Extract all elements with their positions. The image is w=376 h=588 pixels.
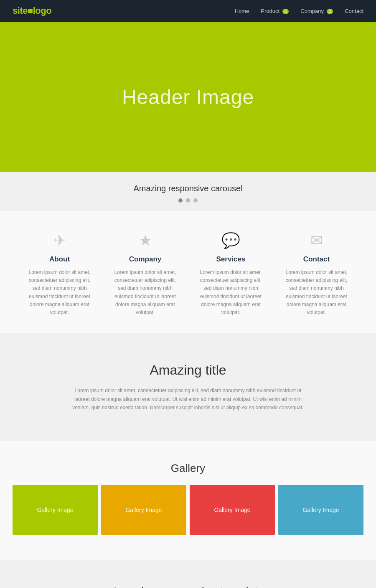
carousel-dot-1[interactable] [178,198,183,203]
nav-company-label: Company [300,8,324,14]
carousel-dot-2[interactable] [186,198,190,203]
feature-contact: ✉ Contact Lorem ipsum dolor sit amet, co… [274,232,359,317]
nav-contact[interactable]: Contact [345,8,363,14]
gallery-item-4-label: Gallery Image [302,507,339,513]
gallery-item-1-label: Gallery Image [37,507,73,513]
gallery-item-4[interactable]: Gallery Image [278,485,363,535]
gallery-item-2-label: Gallery Image [125,507,162,513]
feature-about-desc: Lorem ipsum dolor sit amet, consectetuer… [25,269,94,317]
nav-product-label: Product [261,8,279,14]
nav-home[interactable]: Home [235,8,249,14]
feature-company: ★ Company Lorem ipsum dolor sit amet, co… [102,232,188,317]
feature-company-desc: Lorem ipsum dolor sit amet, consectetuer… [111,269,180,317]
responsive-template-title: Amazing responsive template [67,585,309,588]
gallery-grid: Gallery Image Gallery Image Gallery Imag… [13,485,363,535]
nav-company[interactable]: Company 2 [300,8,333,14]
gallery-item-3[interactable]: Gallery Image [190,485,275,535]
feature-about-title: About [25,255,94,264]
feature-company-title: Company [111,255,180,264]
gallery-item-3-label: Gallery Image [214,507,250,513]
carousel-dot-3[interactable] [193,198,198,203]
company-icon: ★ [111,232,180,249]
logo-logo: logo [33,5,51,16]
nav-product[interactable]: Product 6 [261,8,289,14]
carousel-title: Amazing responsive carousel [8,184,368,193]
carousel-section: Amazing responsive carousel [0,172,376,211]
amazing-title-section: Amazing title Lorem ipsum dolor sit amet… [0,333,376,441]
services-icon: 💬 [196,232,265,249]
navbar: site■logo Home Product 6 Company 2 Conta… [0,0,376,22]
about-icon: ✈ [25,232,94,249]
feature-services: 💬 Services Lorem ipsum dolor sit amet, c… [188,232,274,317]
feature-contact-title: Contact [282,255,351,264]
feature-services-desc: Lorem ipsum dolor sit amet, consectetuer… [196,269,265,317]
gallery-section: Gallery Gallery Image Gallery Image Gall… [0,441,376,560]
gallery-title: Gallery [13,462,363,475]
amazing-title-desc: Lorem ipsum dolor sit amet, consectetuer… [67,386,309,412]
contact-icon: ✉ [282,232,351,249]
hero-title: Header Image [122,86,254,109]
features-section: ✈ About Lorem ipsum dolor sit amet, cons… [0,211,376,333]
feature-services-title: Services [196,255,265,264]
feature-about: ✈ About Lorem ipsum dolor sit amet, cons… [17,232,102,317]
logo-site: site [13,5,28,16]
logo-text: site■logo [13,5,51,16]
amazing-title: Amazing title [67,362,309,378]
nav-product-badge: 6 [282,9,289,14]
logo[interactable]: site■logo [13,5,51,16]
hero-section: Header Image [0,22,376,172]
nav-company-badge: 2 [327,9,333,14]
gallery-item-2[interactable]: Gallery Image [101,485,186,535]
gallery-item-1[interactable]: Gallery Image [13,485,98,535]
logo-dot-char: ■ [28,5,33,16]
carousel-dots [8,198,368,203]
feature-contact-desc: Lorem ipsum dolor sit amet, consectetuer… [282,269,351,317]
nav-links: Home Product 6 Company 2 Contact [235,8,363,14]
responsive-template-section: Amazing responsive template Lorem ipsum … [0,560,376,588]
